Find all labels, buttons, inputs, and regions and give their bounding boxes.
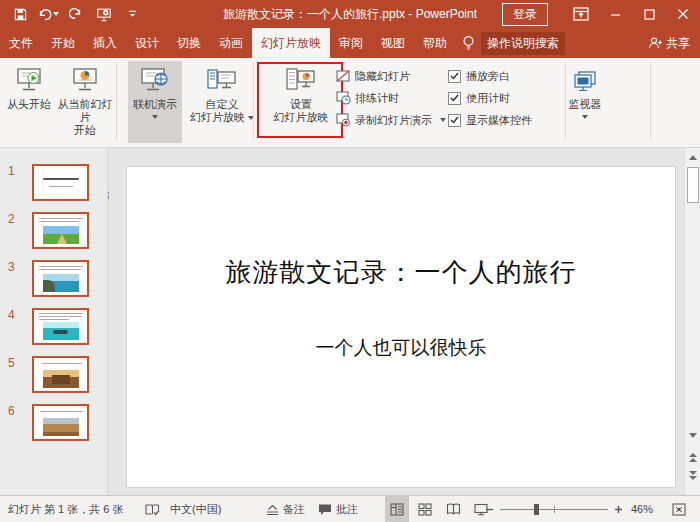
quick-access-toolbar: [0, 3, 144, 25]
start-slideshow-icon[interactable]: [92, 3, 116, 25]
thumbnail-preview: [32, 404, 89, 441]
status-bar: 幻灯片 第 1 张，共 6 张 中文(中国) 备注 批注: [0, 495, 700, 522]
undo-dropdown-icon[interactable]: [53, 12, 59, 16]
slide-title[interactable]: 旅游散文记录：一个人的旅行: [127, 255, 675, 290]
notes-icon: [266, 503, 279, 515]
tab-animations[interactable]: 动画: [210, 28, 252, 58]
from-beginning-button[interactable]: 从头开始: [4, 61, 54, 143]
minimize-icon[interactable]: [598, 0, 632, 28]
show-media-controls-checkbox[interactable]: 显示媒体控件: [448, 111, 532, 129]
zoom-out-icon[interactable]: [485, 496, 494, 522]
custom-slideshow-label: 自定义 幻灯片放映: [190, 98, 254, 124]
share-label: 共享: [666, 35, 690, 52]
undo-icon[interactable]: [36, 3, 60, 25]
checkbox-checked-icon: [448, 70, 461, 83]
maximize-icon[interactable]: [632, 0, 666, 28]
slide-thumbnail-5[interactable]: 5: [0, 356, 108, 393]
notes-button[interactable]: 备注: [266, 496, 305, 522]
setup-slideshow-label: 设置 幻灯片放映: [274, 98, 329, 124]
thumbnail-preview: [32, 356, 89, 393]
slide-number: 4: [8, 308, 15, 322]
spellcheck-icon[interactable]: [145, 496, 160, 522]
play-narrations-checkbox[interactable]: 播放旁白: [448, 67, 510, 85]
previous-slide-icon[interactable]: [686, 450, 700, 465]
tab-design[interactable]: 设计: [126, 28, 168, 58]
setup-slideshow-button[interactable]: 设置 幻灯片放映: [262, 61, 340, 143]
ribbon-tab-row: 文件 开始 插入 设计 切换 动画 幻灯片放映 审阅 视图 帮助 操作说明搜索 …: [0, 28, 700, 58]
monitors-dropdown-icon[interactable]: [582, 115, 588, 119]
slide-thumbnail-3[interactable]: 3: [0, 260, 108, 297]
scroll-down-icon[interactable]: [686, 428, 700, 443]
record-slideshow-dropdown-icon[interactable]: [440, 118, 446, 122]
slide-thumbnail-2[interactable]: 2: [0, 212, 108, 249]
share-area[interactable]: 共享: [648, 28, 690, 58]
next-slide-icon[interactable]: [686, 468, 700, 483]
signin-button[interactable]: 登录: [502, 3, 548, 26]
language-indicator[interactable]: 中文(中国): [170, 496, 221, 522]
view-normal-icon[interactable]: [385, 496, 409, 522]
tab-help[interactable]: 帮助: [414, 28, 456, 58]
view-reading-icon[interactable]: [441, 496, 465, 522]
comments-icon: [318, 503, 332, 516]
thumbnail-preview: [32, 260, 89, 297]
tab-view[interactable]: 视图: [372, 28, 414, 58]
checkbox-checked-icon: [448, 92, 461, 105]
tab-file[interactable]: 文件: [0, 28, 42, 58]
slide-thumbnail-4[interactable]: 4: [0, 308, 108, 345]
thumbnail-preview: [32, 212, 89, 249]
zoom-slider-thumb[interactable]: [534, 504, 539, 515]
redo-icon[interactable]: [64, 3, 88, 25]
tab-home[interactable]: 开始: [42, 28, 84, 58]
save-icon[interactable]: [8, 3, 32, 25]
thumbnail-image: [43, 274, 79, 292]
scrollbar-thumb[interactable]: [687, 167, 699, 203]
title-bar: 旅游散文记录：一个人的旅行.pptx - PowerPoint 登录: [0, 0, 700, 28]
vertical-scrollbar[interactable]: [684, 148, 700, 495]
slide-thumbnail-1[interactable]: 1: [0, 164, 108, 201]
comments-label: 批注: [336, 502, 358, 517]
zoom-in-icon[interactable]: [614, 496, 623, 522]
notes-label: 备注: [283, 502, 305, 517]
checkbox-checked-icon: [448, 114, 461, 127]
close-icon[interactable]: [666, 0, 700, 28]
ribbon: 从头开始 从当前幻灯片 开始 联机演示 自定义: [0, 58, 700, 148]
powerpoint-window: 旅游散文记录：一个人的旅行.pptx - PowerPoint 登录 文件 开始…: [0, 0, 700, 522]
record-slideshow-icon: [336, 113, 351, 127]
customize-qat-icon[interactable]: [120, 3, 144, 25]
current-slide[interactable]: 旅游散文记录：一个人的旅行 一个人也可以很快乐: [126, 166, 676, 488]
fit-to-window-icon[interactable]: [672, 496, 686, 522]
from-current-slide-button[interactable]: 从当前幻灯片 开始: [54, 61, 116, 143]
tab-review[interactable]: 审阅: [330, 28, 372, 58]
scroll-up-icon[interactable]: [686, 150, 700, 165]
tab-insert[interactable]: 插入: [84, 28, 126, 58]
hide-slide-button[interactable]: 隐藏幻灯片: [336, 66, 410, 86]
from-current-slide-label: 从当前幻灯片 开始: [54, 98, 116, 137]
tab-slideshow[interactable]: 幻灯片放映: [252, 28, 330, 58]
zoom-percentage[interactable]: 46%: [631, 496, 653, 522]
comments-button[interactable]: 批注: [318, 496, 358, 522]
thumbnail-image: [43, 370, 79, 388]
show-media-controls-label: 显示媒体控件: [466, 113, 532, 128]
rehearse-timings-button[interactable]: 排练计时: [336, 88, 399, 108]
slide-thumbnail-6[interactable]: 6: [0, 404, 108, 441]
slide-number: 2: [8, 212, 15, 226]
present-online-button[interactable]: 联机演示: [128, 61, 182, 143]
custom-slideshow-button[interactable]: 自定义 幻灯片放映: [186, 61, 258, 143]
share-person-icon: [648, 36, 662, 50]
ribbon-display-options-icon[interactable]: [564, 0, 598, 28]
monitors-button[interactable]: 监视器: [562, 61, 608, 143]
group-divider: [253, 62, 254, 140]
setup-slideshow-icon: [285, 61, 317, 95]
slide-thumbnail-panel: 1 2 3 4: [0, 148, 108, 495]
slide-subtitle[interactable]: 一个人也可以很快乐: [127, 335, 675, 361]
hide-slide-label: 隐藏幻灯片: [355, 69, 410, 84]
use-timings-checkbox[interactable]: 使用计时: [448, 89, 510, 107]
tellme-search[interactable]: 操作说明搜索: [481, 32, 565, 55]
present-online-dropdown-icon[interactable]: [152, 115, 158, 119]
thumbnail-preview: [32, 308, 89, 345]
tab-transitions[interactable]: 切换: [168, 28, 210, 58]
monitors-icon: [571, 61, 599, 95]
slide-counter[interactable]: 幻灯片 第 1 张，共 6 张: [8, 496, 124, 522]
record-slideshow-button[interactable]: 录制幻灯片演示: [336, 110, 446, 130]
view-slide-sorter-icon[interactable]: [413, 496, 437, 522]
